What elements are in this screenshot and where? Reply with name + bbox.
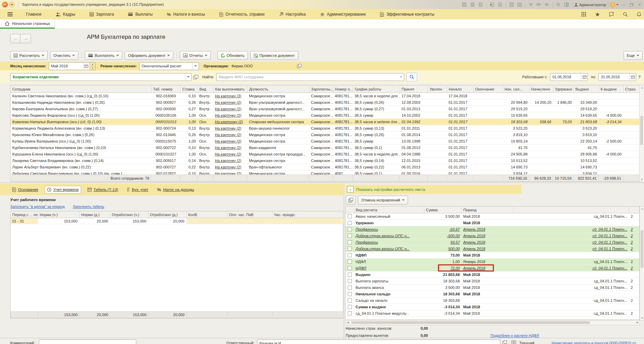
hamburger-menu-icon[interactable] bbox=[7, 12, 13, 16]
system-menu-button[interactable] bbox=[9, 2, 15, 7]
load-file-icon[interactable] bbox=[488, 1, 496, 8]
menu-item-4[interactable]: Выплаты bbox=[121, 9, 160, 19]
copy-icon[interactable] bbox=[346, 196, 356, 204]
column-header[interactable]: Опл. час. ПиВ bbox=[227, 211, 272, 218]
row-checkbox[interactable] bbox=[348, 266, 352, 270]
refresh-button[interactable]: Обновить bbox=[217, 51, 248, 60]
employee-row[interactable]: Курушкина Елена Николаевна (осн.) (сд_0)… bbox=[11, 151, 640, 158]
org-list-icon[interactable] bbox=[297, 64, 301, 68]
scroll-down-icon[interactable]: ▼ bbox=[640, 178, 644, 181]
save-icon[interactable] bbox=[461, 1, 468, 8]
employee-row[interactable]: Курбангалиева Наталья Николаевна (вн. со… bbox=[11, 145, 640, 151]
column-header[interactable]: Окончание bbox=[473, 85, 503, 93]
calc-row[interactable]: НДФЛ73,00Май 2018 bbox=[346, 252, 639, 259]
menu-item-2[interactable]: Кадры bbox=[49, 9, 82, 19]
back-button[interactable]: ← bbox=[10, 34, 21, 43]
horizontal-splitter[interactable] bbox=[0, 182, 644, 183]
employee-row[interactable]: Кормилицина Людмила Алексеевна (вн. совм… bbox=[11, 125, 640, 132]
row-checkbox[interactable] bbox=[348, 305, 352, 309]
document-list-icon[interactable] bbox=[512, 341, 516, 344]
month-spinner[interactable]: ▲▼ bbox=[90, 62, 96, 70]
mode-caret-icon[interactable] bbox=[192, 63, 199, 69]
column-header[interactable]: Ставка bbox=[180, 85, 198, 93]
column-header[interactable]: Вид расчета bbox=[354, 207, 424, 213]
column-header[interactable]: Принят bbox=[400, 85, 428, 93]
calc-row[interactable]: Аванс начисленный3 500,00Май 2018сд_04.0… bbox=[346, 213, 639, 220]
calc-row[interactable]: НДФЛ1,00Январь 2018сд_04.01.1 Платн...2 bbox=[346, 259, 639, 265]
column-header[interactable]: Начало bbox=[447, 85, 473, 93]
row-checkbox[interactable] bbox=[348, 298, 352, 302]
menu-item-6[interactable]: Отчетность, справки bbox=[212, 9, 272, 19]
working-to-field[interactable]: 31.05.2018 bbox=[598, 73, 636, 81]
column-header[interactable]: Сотрудник bbox=[11, 85, 151, 93]
column-header[interactable]: Отработано (д.) bbox=[148, 211, 186, 218]
employee-row[interactable]: Калашникова Надежда Николаевна (вн. совм… bbox=[11, 99, 640, 106]
info-icon[interactable]: i bbox=[610, 2, 615, 7]
row-checkbox[interactable] bbox=[348, 247, 352, 251]
calc-row[interactable]: Сальдо на начало18 303,68сд_04.01.1 Плат… bbox=[346, 297, 639, 304]
split-window-icon[interactable] bbox=[563, 1, 570, 8]
column-header[interactable]: Номер л... bbox=[333, 85, 353, 93]
column-header[interactable] bbox=[513, 207, 629, 213]
current-doc-link[interactable]: Начисление зарплаты и взносов 0000-00081… bbox=[551, 340, 644, 344]
working-from-calendar-icon[interactable] bbox=[581, 74, 587, 80]
column-header[interactable]: Удержано bbox=[553, 85, 574, 93]
more-button[interactable]: Еще bbox=[624, 51, 643, 60]
column-header[interactable]: Вид bbox=[198, 85, 213, 93]
menu-item-1[interactable]: Главное bbox=[19, 9, 49, 19]
column-header[interactable]: Час. праздн. bbox=[272, 211, 343, 218]
column-header[interactable]: Таб. номер bbox=[151, 85, 180, 93]
clear-button[interactable]: Очистить bbox=[50, 51, 78, 60]
employee-row[interactable]: Лебедева Светлана Вячеславовна (вн. совм… bbox=[11, 170, 640, 175]
mode-select[interactable]: Окончательный расчет bbox=[139, 62, 199, 70]
calc-row[interactable]: Начальное сальдо18 303,68Май 2018 bbox=[346, 291, 639, 297]
department-caret-icon[interactable] bbox=[185, 74, 191, 80]
payslip-settings-link[interactable]: Показать настройки расчетного листа bbox=[356, 187, 425, 192]
preview-icon[interactable] bbox=[477, 1, 485, 8]
employee-search-input[interactable]: Введите ФИО сотрудника ✕ bbox=[216, 73, 404, 81]
org-value[interactable]: Фирма ООО bbox=[231, 64, 253, 68]
memory-minus-button[interactable]: M- bbox=[544, 1, 551, 8]
row-checkbox[interactable] bbox=[348, 311, 352, 315]
menu-item-5[interactable]: %Налоги и взносы bbox=[160, 9, 212, 19]
all-functions-grid-icon[interactable] bbox=[581, 12, 586, 17]
pay-button[interactable]: Выплатить bbox=[85, 51, 122, 60]
calculate-button[interactable]: Рассчитать bbox=[10, 51, 48, 60]
detail-tab-бух-учет[interactable]: ДтКтБух. учет bbox=[125, 186, 150, 193]
notifications-bell-icon[interactable] bbox=[637, 12, 641, 17]
row-checkbox[interactable] bbox=[348, 279, 352, 283]
department-open-icon[interactable] bbox=[193, 75, 198, 79]
column-header[interactable]: Страх. bbox=[623, 85, 640, 93]
column-header[interactable]: Уволен bbox=[428, 85, 447, 93]
column-header[interactable]: Нач. сал... bbox=[503, 85, 529, 93]
fill-period-link[interactable]: Заполнить "в целом" за период bbox=[10, 204, 65, 209]
row-checkbox[interactable] bbox=[348, 221, 352, 225]
detail-tab-табель-т-13-[interactable]: Табель (Т-13) bbox=[85, 186, 121, 193]
menu-item-9[interactable]: Эффективные контракты bbox=[373, 9, 441, 19]
save-file-icon[interactable] bbox=[497, 1, 504, 8]
calc-row[interactable]: сд_04.01.1 Платные медуслу...-3 014,34Ма… bbox=[346, 310, 639, 317]
column-header[interactable]: Выдано bbox=[574, 85, 599, 93]
employee-row[interactable]: Кирова Екатерина Анатольевна (вн. совм.)… bbox=[11, 106, 640, 112]
post-document-button[interactable]: Провести документ bbox=[250, 51, 298, 60]
employee-table-vscrollbar[interactable]: ▲ ▼ bbox=[639, 85, 644, 182]
column-header[interactable]: Отработано (ч.) bbox=[110, 211, 148, 218]
row-checkbox[interactable] bbox=[348, 214, 352, 218]
fill-timesheet-link[interactable]: Заполнить табель bbox=[73, 204, 104, 209]
memory-plus-button[interactable]: M+ bbox=[535, 1, 543, 8]
maximize-button[interactable] bbox=[628, 1, 635, 8]
info-caret-icon[interactable] bbox=[616, 4, 619, 7]
history-icon[interactable] bbox=[609, 12, 614, 17]
scroll-thumb[interactable] bbox=[640, 116, 643, 145]
employee-row[interactable]: Калачян Светлана Николаевна (вн. совм.) … bbox=[11, 93, 640, 99]
zoom-icon[interactable] bbox=[555, 1, 562, 8]
calc-row[interactable]: Сумма к выдаче-3 014,34Май 2018 bbox=[346, 304, 639, 310]
column-header[interactable]: Норма (ч.) bbox=[38, 211, 79, 218]
column-header[interactable]: Должность bbox=[247, 85, 309, 93]
calc-row[interactable]: УдержаноМай 2018 bbox=[346, 220, 639, 226]
employee-row[interactable]: Ларин Альберт Валериевич (вн. совм.) (0,… bbox=[11, 164, 640, 170]
calc-table-vscrollbar[interactable]: ▲ ▼ bbox=[640, 206, 644, 321]
detail-tab-основания[interactable]: Основания bbox=[10, 186, 40, 193]
employee-row[interactable]: Кирясова Людмила Федоровна (осн.) (сд_0)… bbox=[11, 112, 640, 119]
employee-row[interactable]: Лазарева Светлана Владимировна (вн. совм… bbox=[11, 158, 640, 164]
